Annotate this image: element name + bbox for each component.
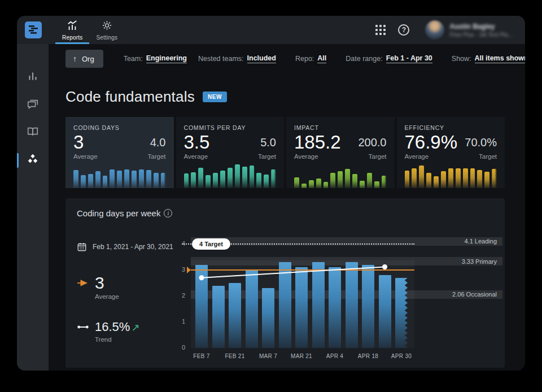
page-title: Code fundamentals: [65, 88, 195, 106]
spark-chart: [294, 162, 387, 188]
card-impact[interactable]: IMPACT 185.2 Average 200.0 Target: [286, 117, 395, 188]
sidebar-item-retros[interactable]: [17, 125, 49, 140]
up-arrow-icon: ↑: [73, 54, 77, 63]
coding-days-chart: 01234 4.1 Leading3.33 Primary2.06 Occasi…: [174, 227, 493, 368]
tab-settings-label: Settings: [96, 34, 117, 41]
spark-bar: [228, 168, 233, 188]
spark-bar: [88, 174, 93, 188]
plot-area: 4.1 Leading3.33 Primary2.06 Occasional4 …: [191, 234, 502, 348]
card-target-sub: Target: [358, 153, 386, 160]
card-target: 200.0: [358, 132, 386, 153]
filter-nested-value[interactable]: Included: [247, 54, 276, 63]
filter-nested-label: Nested teams:: [198, 55, 244, 63]
spark-bar: [309, 180, 314, 188]
y-tick-label: 1: [174, 318, 185, 325]
reports-chart-icon: [67, 20, 78, 33]
spark-chart: [405, 162, 497, 188]
org-button-label: Org: [82, 55, 94, 63]
spark-bar: [117, 171, 122, 188]
spark-bar: [419, 165, 424, 188]
apps-grid-icon[interactable]: [375, 25, 386, 35]
average-arrow-icon: [187, 267, 191, 273]
panel-average-value: 3: [95, 273, 104, 292]
spark-bar: [456, 168, 461, 188]
spark-bar: [405, 171, 410, 188]
trend-up-arrow-icon: ↗: [131, 322, 139, 333]
org-button[interactable]: ↑ Org: [65, 50, 103, 68]
spark-bar: [146, 170, 151, 188]
spark-bar: [264, 175, 269, 188]
filter-daterange-value[interactable]: Feb 1 - Apr 30: [386, 54, 432, 63]
diamonds-icon: [27, 153, 39, 168]
spark-bar: [81, 175, 86, 188]
spark-bar: [492, 169, 497, 188]
card-target: 4.0: [148, 132, 166, 153]
panel-average-label: Average: [95, 293, 119, 300]
tab-reports[interactable]: Reports: [55, 16, 89, 44]
app-window: Reports Settings: [17, 16, 525, 371]
filter-team-value[interactable]: Engineering: [146, 54, 187, 63]
x-tick-label: APR 18: [352, 353, 384, 359]
filter-show-value[interactable]: All items shown: [475, 54, 525, 63]
calendar-icon: [77, 242, 87, 254]
help-icon[interactable]: ?: [398, 24, 409, 36]
sidebar-item-fundamentals[interactable]: [17, 153, 49, 168]
x-tick-label: APR 4: [319, 353, 351, 359]
benchmark-label: 2.06 Occasional: [452, 291, 497, 298]
card-value-sub: Average: [294, 153, 341, 160]
card-value: 185.2: [294, 132, 341, 153]
filter-team-label: Team:: [124, 55, 143, 63]
spark-bar: [110, 169, 115, 188]
x-tick-label: FEB 21: [219, 353, 251, 359]
card-efficiency[interactable]: EFFICIENCY 76.9% Average 70.0% Target: [397, 117, 505, 188]
new-badge: NEW: [203, 92, 227, 102]
filter-repo-value[interactable]: All: [317, 54, 326, 63]
card-target: 5.0: [258, 132, 276, 153]
book-icon: [27, 125, 39, 140]
sidebar-item-reviews[interactable]: [17, 98, 49, 112]
card-value: 76.9%: [405, 132, 458, 153]
spark-bar: [330, 173, 335, 188]
filter-repo-label: Repo:: [295, 55, 314, 63]
bar-chart-icon: [27, 70, 39, 85]
y-tick-label: 0: [174, 344, 185, 351]
spark-bar: [463, 168, 468, 188]
spark-chart: [184, 162, 277, 188]
info-icon[interactable]: i: [164, 209, 172, 217]
panel-trend-label: Trend: [95, 336, 139, 343]
spark-bar: [161, 173, 166, 188]
tab-settings[interactable]: Settings: [89, 16, 124, 44]
spark-bar: [360, 181, 365, 188]
tab-reports-label: Reports: [62, 34, 82, 41]
avatar: [425, 20, 444, 40]
card-coding-days[interactable]: CODING DAYS 3 Average 4.0 Target: [65, 117, 174, 188]
spark-bar: [412, 168, 417, 188]
comments-icon: [27, 98, 39, 112]
spark-bar: [198, 168, 203, 188]
panel-date-range: Feb 1, 2021 - Apr 30, 2021: [93, 242, 173, 252]
spark-bar: [367, 173, 372, 188]
filter-show-label: Show:: [452, 55, 471, 63]
card-value-sub: Average: [184, 153, 210, 160]
spark-bar: [139, 169, 144, 188]
card-commits-per-day[interactable]: COMMITS PER DAY 3.5 Average 5.0 Target: [176, 117, 285, 188]
sidebar-item-metrics[interactable]: [17, 70, 49, 85]
spark-bar: [103, 176, 108, 188]
spark-bar: [324, 182, 329, 188]
card-value: 3: [73, 132, 98, 153]
spark-bar: [448, 168, 453, 188]
spark-bar: [184, 173, 189, 188]
benchmark-label: 3.33 Primary: [462, 258, 497, 265]
user-org: Flow Plus - SA Test Pla...: [449, 32, 513, 38]
card-target-sub: Target: [465, 153, 497, 160]
spark-bar: [220, 171, 225, 188]
user-menu[interactable]: Austin Bagley Flow Plus - SA Test Pla...: [422, 18, 516, 42]
spark-bar: [206, 175, 211, 188]
spark-chart: [73, 162, 166, 188]
trend-line: [191, 234, 414, 348]
target-pill: 4 Target: [192, 238, 230, 250]
spark-bar: [301, 184, 307, 188]
main-tabs: Reports Settings: [55, 16, 124, 44]
flow-logo-icon[interactable]: [25, 21, 42, 38]
card-value: 3.5: [184, 132, 210, 153]
